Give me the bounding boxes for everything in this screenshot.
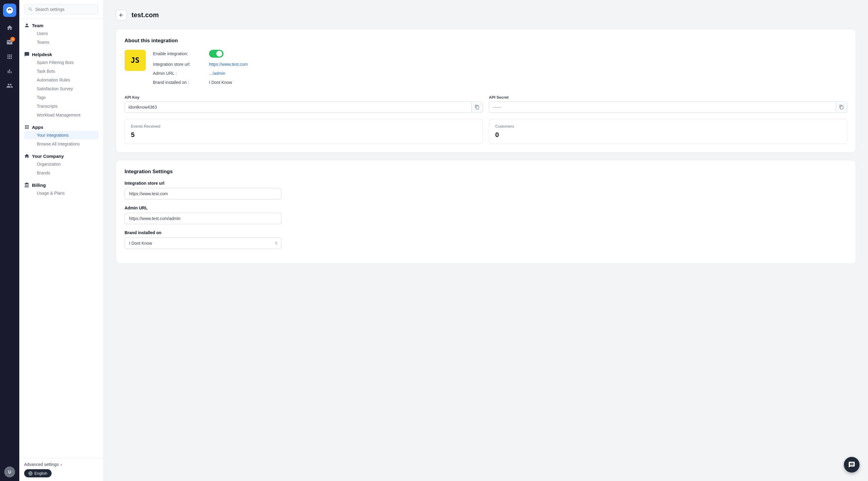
section-header-apps: Apps (24, 124, 99, 130)
search-box (19, 0, 103, 19)
sidebar-item-users[interactable]: Users (24, 29, 99, 38)
bank-icon (24, 182, 30, 188)
back-button[interactable] (116, 10, 127, 21)
nav-inbox-icon[interactable]: 3 (4, 36, 16, 48)
sidebar-item-satisfaction-survey[interactable]: Satisfaction Survey (24, 85, 99, 93)
sidebar-item-tags[interactable]: Tags (24, 93, 99, 102)
integration-settings-title: Integration Settings (125, 169, 847, 175)
sidebar-item-task-bots[interactable]: Task Bots (24, 67, 99, 76)
api-secret-input-wrap (489, 101, 847, 113)
events-received-value: 5 (131, 131, 476, 139)
api-key-copy-button[interactable] (471, 102, 483, 112)
sidebar: Team Users Teams Helpdesk Spam Filtering… (19, 0, 104, 481)
svg-point-1 (8, 9, 9, 10)
integration-settings-card: Integration Settings Integration store u… (116, 160, 856, 264)
section-header-your-company: Your Company (24, 153, 99, 159)
integration-fields: Enable integration: Integration store ur… (153, 50, 847, 89)
svg-point-0 (6, 7, 13, 13)
settings-store-url-input[interactable] (125, 188, 281, 200)
chat-icon (24, 52, 30, 57)
api-secret-label: API Secret (489, 95, 847, 99)
chat-fab-icon (848, 461, 855, 468)
sidebar-item-brands[interactable]: Brands (24, 169, 99, 177)
api-key-input-wrap (125, 101, 483, 113)
icon-bar: 3 U (0, 0, 19, 481)
nav-widgets-icon[interactable] (4, 51, 16, 63)
sidebar-item-browse-all-integrations[interactable]: Browse All Integrations (24, 140, 99, 148)
api-secret-copy-button[interactable] (836, 102, 847, 112)
settings-form: Integration store url Admin URL Brand in… (125, 181, 847, 249)
copy-icon (475, 105, 479, 110)
sidebar-item-workload-management[interactable]: Workload Management (24, 111, 99, 119)
sidebar-item-your-integrations[interactable]: Your Integrations (24, 131, 99, 140)
admin-url-value[interactable]: .../admin (209, 71, 225, 76)
nav-reports-icon[interactable] (4, 65, 16, 77)
api-key-input[interactable] (125, 102, 471, 113)
sidebar-item-transcripts[interactable]: Transcripts (24, 102, 99, 111)
api-secret-input[interactable] (489, 102, 836, 113)
api-key-group: API Key (125, 95, 483, 113)
main-content: test.com About this integration JS Enabl… (104, 0, 868, 481)
grid-icon (24, 124, 30, 130)
nav-section-team: Team Users Teams (19, 19, 103, 48)
sidebar-item-teams[interactable]: Teams (24, 38, 99, 47)
settings-admin-url-input[interactable] (125, 213, 281, 224)
section-header-team: Team (24, 23, 99, 28)
section-header-billing: Billing (24, 182, 99, 188)
sidebar-item-usage-plans[interactable]: Usage & Plans (24, 189, 99, 197)
settings-brand-select-wrap: I Dont Know Brand 1 Brand 2 (125, 238, 281, 249)
svg-point-2 (10, 9, 11, 10)
enable-toggle[interactable] (209, 50, 223, 58)
integration-logo: JS (125, 50, 146, 71)
settings-admin-url-label: Admin URL (125, 206, 847, 210)
admin-url-row: Admin URL : .../admin (153, 71, 847, 76)
store-url-value[interactable]: https://www.test.com (209, 62, 248, 67)
brand-label: Brand installed on : (153, 80, 204, 85)
brand-row: Brand installed on : I Dont Know (153, 80, 847, 85)
api-secret-group: API Secret (489, 95, 847, 113)
nav-section-your-company: Your Company Organization Brands (19, 150, 103, 179)
events-received-box: Events Received 5 (125, 119, 483, 144)
settings-brand-select[interactable]: I Dont Know Brand 1 Brand 2 (125, 238, 281, 249)
advanced-settings-link[interactable]: Advanced settings › (24, 462, 99, 467)
about-integration-title: About this integration (125, 38, 847, 44)
page-header: test.com (116, 10, 856, 21)
integration-info: JS Enable integration: Integration store… (125, 50, 847, 89)
nav-section-billing: Billing Usage & Plans (19, 179, 103, 199)
inbox-badge: 3 (10, 37, 15, 42)
sidebar-item-automation-rules[interactable]: Automation Rules (24, 76, 99, 84)
customers-box: Customers 0 (489, 119, 847, 144)
copy-secret-icon (839, 105, 844, 110)
chevron-right-icon: › (60, 462, 62, 467)
page-title: test.com (131, 11, 159, 19)
settings-admin-url-group: Admin URL (125, 206, 847, 224)
brand-value: I Dont Know (209, 80, 232, 85)
chat-fab-button[interactable] (844, 457, 860, 473)
settings-store-url-label: Integration store url (125, 181, 847, 186)
nav-section-helpdesk: Helpdesk Spam Filtering Bots Task Bots A… (19, 48, 103, 121)
customers-label: Customers (495, 124, 841, 128)
customers-value: 0 (495, 131, 841, 139)
search-input[interactable] (35, 7, 95, 12)
store-url-row: Integration store url: https://www.test.… (153, 62, 847, 67)
sidebar-footer: Advanced settings › English (19, 458, 103, 481)
nav-contacts-icon[interactable] (4, 80, 16, 92)
app-logo[interactable] (3, 4, 16, 17)
search-icon (28, 7, 33, 12)
building-icon (24, 153, 30, 159)
store-url-label: Integration store url: (153, 62, 204, 67)
nav-home-icon[interactable] (4, 22, 16, 34)
enable-label: Enable integration: (153, 51, 204, 56)
about-integration-card: About this integration JS Enable integra… (116, 29, 856, 153)
user-avatar[interactable]: U (4, 467, 15, 477)
section-header-helpdesk: Helpdesk (24, 52, 99, 57)
stats-row: Events Received 5 Customers 0 (125, 119, 847, 144)
language-button[interactable]: English (24, 469, 52, 477)
settings-store-url-group: Integration store url (125, 181, 847, 200)
admin-url-label: Admin URL : (153, 71, 204, 76)
sidebar-item-organization[interactable]: Organization (24, 160, 99, 169)
events-received-label: Events Received (131, 124, 476, 128)
api-key-label: API Key (125, 95, 483, 99)
settings-brand-group: Brand installed on I Dont Know Brand 1 B… (125, 230, 847, 249)
sidebar-item-spam-filtering-bots[interactable]: Spam Filtering Bots (24, 58, 99, 67)
